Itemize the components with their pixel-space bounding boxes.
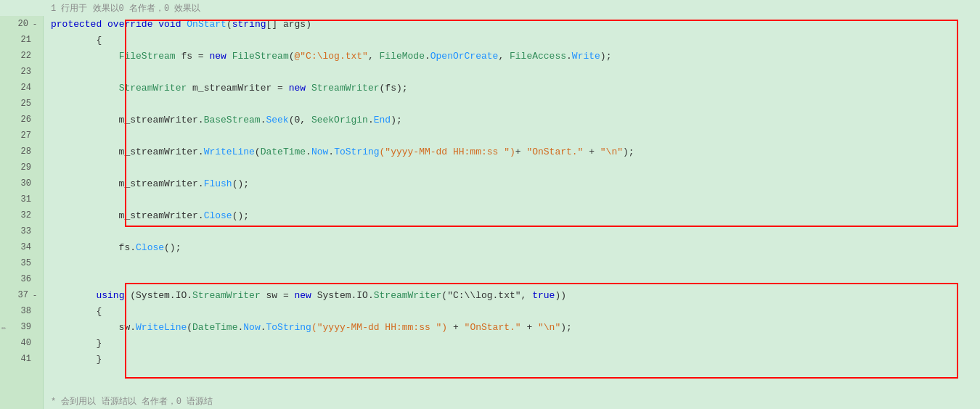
code-line: } — [51, 351, 980, 367]
code-token: "OnStart." — [465, 322, 521, 333]
code-token: new — [289, 83, 306, 94]
line-number: 40 — [17, 338, 31, 348]
code-token: override — [107, 19, 152, 30]
code-token: "\n" — [600, 146, 623, 157]
line-number: 27 — [17, 131, 31, 141]
code-token: sw = — [261, 290, 295, 301]
code-token: void — [158, 19, 181, 30]
code-token: ); — [600, 51, 612, 62]
line-number-row: 25 — [0, 96, 43, 112]
line-number: 23 — [17, 67, 31, 77]
code-line: { — [51, 303, 980, 319]
code-token: OpenOrCreate — [430, 51, 499, 62]
collapse-icon[interactable]: - — [31, 291, 38, 299]
code-line: m_streamWriter.BaseStream.Seek(0, SeekOr… — [51, 112, 980, 128]
code-token: m_streamWriter. — [51, 115, 204, 125]
code-token: + — [515, 146, 527, 157]
code-token: Seek — [266, 115, 288, 125]
line-number: 35 — [17, 258, 31, 268]
code-line — [51, 191, 980, 207]
code-line: StreamWriter m_streamWriter = new Stream… — [51, 80, 980, 96]
code-token: FileAccess — [510, 51, 566, 62]
line-number-row: 28 — [0, 144, 43, 160]
code-token: ("yyyy-MM-dd HH:mm:ss ") — [311, 322, 447, 333]
code-token: (); — [232, 210, 249, 221]
code-token: @"C:\log.txt" — [295, 51, 368, 62]
code-token: FileStream — [232, 51, 289, 62]
line-number: 32 — [17, 210, 31, 220]
code-token: WriteLine — [136, 322, 187, 333]
code-token: ( — [255, 146, 261, 157]
code-token: using — [96, 290, 124, 301]
line-number-row: 31 — [0, 191, 43, 207]
line-number-row: 34 — [0, 239, 43, 255]
line-number: 37 — [14, 290, 28, 300]
code-token — [226, 51, 232, 62]
code-token: Close — [204, 210, 232, 221]
line-number-row: 40 — [0, 335, 43, 351]
code-token: + — [447, 322, 464, 333]
code-line — [51, 271, 980, 287]
line-number: 25 — [17, 99, 31, 109]
code-token: DateTime — [192, 322, 237, 333]
code-token: Now — [243, 322, 260, 333]
code-token: (fs); — [380, 83, 408, 94]
code-token: FileStream — [119, 51, 176, 62]
line-number: 34 — [17, 242, 31, 252]
line-number-row: 20- — [0, 16, 43, 32]
code-token: (); — [232, 178, 249, 189]
code-token: End — [374, 115, 391, 125]
line-number-row: 36 — [0, 271, 43, 287]
line-number: 28 — [17, 146, 31, 157]
code-token: "OnStart." — [526, 146, 583, 157]
code-token: (0, — [289, 115, 311, 125]
code-token: [] args) — [266, 19, 311, 30]
code-line — [51, 255, 980, 271]
code-token: sw. — [51, 322, 136, 333]
code-token — [152, 19, 158, 30]
line-number: 33 — [17, 226, 31, 236]
line-number-row: 30 — [0, 175, 43, 191]
line-number: 30 — [17, 178, 31, 189]
code-token: (); — [164, 242, 181, 253]
code-token: StreamWriter — [311, 83, 380, 94]
code-token: BaseStream — [204, 115, 261, 125]
code-line — [51, 160, 980, 175]
code-token: } — [51, 338, 102, 349]
code-token: ( — [124, 290, 136, 301]
collapse-icon[interactable]: - — [31, 20, 38, 28]
code-token — [51, 290, 96, 301]
line-number: 22 — [17, 51, 31, 61]
code-token: ); — [623, 146, 634, 157]
code-token: . — [306, 146, 311, 157]
line-number: 24 — [17, 83, 31, 93]
code-line — [51, 96, 980, 112]
code-line: { — [51, 32, 980, 48]
code-line: } — [51, 335, 980, 351]
code-token: . — [425, 51, 430, 62]
code-token: System.IO. — [311, 290, 374, 301]
code-token — [306, 83, 311, 94]
code-token: Flush — [204, 178, 232, 189]
code-token: + — [521, 322, 538, 333]
code-token: "\n" — [538, 322, 560, 333]
code-token: StreamWriter — [374, 290, 442, 301]
code-token: { — [51, 35, 102, 46]
line-number-row: 23 — [0, 64, 43, 80]
line-number-row: ✏39 — [0, 319, 43, 335]
code-token: Close — [136, 242, 164, 253]
code-token: fs. — [51, 242, 136, 253]
code-token: Write — [572, 51, 600, 62]
code-editor: 1 行用于 效果以0 名作者，0 效果以 20-2122232425262728… — [0, 0, 980, 409]
line-number-row: 32 — [0, 207, 43, 223]
code-token: System.IO. — [136, 290, 192, 301]
line-number: 41 — [17, 354, 31, 364]
code-token: m_streamWriter. — [51, 178, 204, 189]
code-token — [51, 51, 119, 62]
code-line — [51, 128, 980, 144]
line-number-row: 37- — [0, 287, 43, 303]
bottom-comment: * 会到用以 语源结以 名作者，0 语源结 — [44, 393, 980, 409]
code-token: ); — [560, 322, 572, 333]
line-number-row: 29 — [0, 160, 43, 175]
code-line: FileStream fs = new FileStream(@"C:\log.… — [51, 48, 980, 64]
